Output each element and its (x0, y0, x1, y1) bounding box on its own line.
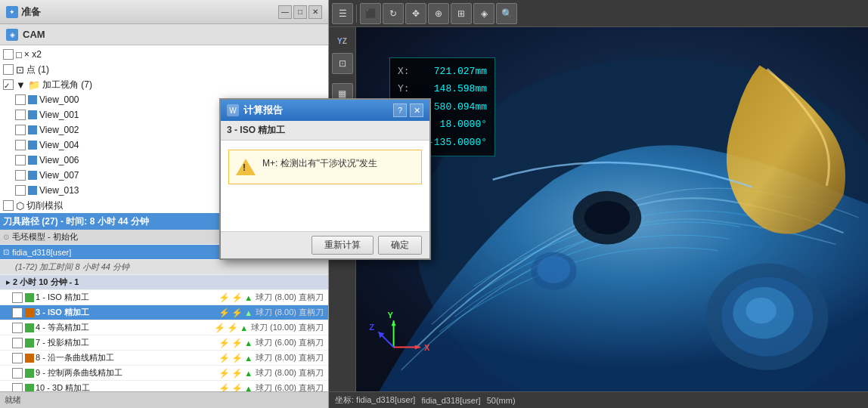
coord-b-val: 580.094mm (434, 98, 487, 116)
op10-chk[interactable] (12, 383, 23, 392)
warning-exclamation: ! (243, 162, 246, 173)
op3-tool: 球刀 (8.00) 直柄刀 (256, 307, 324, 318)
vp-btn-view3d[interactable]: ◈ (473, 3, 494, 24)
op-8[interactable]: 8 - 沿一条曲线精加工 ⚡ ⚡ ▲ 球刀 (8.00) 直柄刀 (0, 351, 328, 366)
tree-label-view004: View_004 (39, 140, 79, 150)
op8-color (25, 354, 34, 363)
checkbox-view006[interactable] (15, 155, 26, 165)
tree-label-x2: × x2 (24, 49, 42, 60)
op8-label: 8 - 沿一条曲线精加工 (36, 352, 219, 363)
op-1[interactable]: 1 - ISO 精加工 ⚡ ⚡ ▲ 球刀 (8.00) 直柄刀 (0, 290, 328, 305)
calculation-dialog: W 计算报告 ? ✕ 3 - ISO 精加工 ! M+: 检测出有"干涉状况"发… (219, 98, 431, 260)
vp-btn-rotate[interactable]: ↻ (383, 3, 404, 24)
tree-item-machining-views[interactable]: ▼ 📁 加工视角 (7) (0, 77, 328, 92)
op-9[interactable]: 9 - 控制两条曲线精加工 ⚡ ⚡ ▲ 球刀 (8.00) 直柄刀 (0, 366, 328, 381)
checkbox-view002[interactable] (15, 125, 26, 135)
op10-label: 10 - 3D 精加工 (36, 382, 219, 391)
dialog-title-bar: W 计算报告 ? ✕ (221, 100, 429, 121)
op3-icon2: ⚡ (231, 308, 243, 318)
vp-status-text: 坐标: fidia_d318[user] (335, 394, 415, 406)
vp-side-btn-1[interactable]: ⊡ (332, 53, 353, 74)
vp-z-axis: Z (343, 37, 347, 45)
warning-triangle: ! (236, 159, 256, 175)
op7-icon3: ▲ (244, 338, 253, 348)
vp-btn-zoom[interactable]: ⊕ (428, 3, 449, 24)
vp-btn-search[interactable]: 🔍 (496, 3, 517, 24)
op3-icon3: ▲ (244, 308, 253, 317)
checkbox-view004[interactable] (15, 140, 26, 150)
dialog-title-text: 计算报告 (243, 104, 283, 117)
op-10[interactable]: 10 - 3D 精加工 ⚡ ⚡ ▲ 球刀 (6.00) 直柄刀 (0, 381, 328, 391)
op8-tool: 球刀 (8.00) 直柄刀 (256, 352, 324, 363)
op9-chk[interactable] (12, 368, 23, 379)
tree-item-point[interactable]: ⊡ 点 (1) (0, 62, 328, 77)
view-color-004 (28, 141, 37, 150)
op9-label: 9 - 控制两条曲线精加工 (36, 367, 219, 379)
op-3[interactable]: 3 - ISO 精加工 ⚡ ⚡ ▲ 球刀 (8.00) 直柄刀 (0, 305, 328, 320)
op1-chk[interactable] (12, 292, 23, 303)
op4-icon1: ⚡ (214, 323, 225, 333)
tree-label-view013: View_013 (39, 185, 79, 196)
bottom-status: 就绪 (0, 391, 328, 408)
vp-btn-menu[interactable]: ☰ (332, 3, 353, 24)
folder-icon-machining-views: 📁 (28, 79, 40, 91)
svg-text:X: X (424, 343, 430, 352)
tree-label-cut-model: 切削模拟 (26, 199, 63, 212)
op1-icons: ⚡ ⚡ ▲ (219, 292, 253, 303)
vp-3d-content: X Y Z X: 721.027mm Y: 148.598mm (356, 27, 868, 391)
op4-label: 4 - 等高精加工 (36, 322, 214, 333)
checkbox-view013[interactable] (15, 185, 26, 196)
op3-chk[interactable] (12, 308, 23, 318)
checkbox-view001[interactable] (15, 110, 26, 120)
checkbox-machining-views[interactable] (3, 79, 14, 90)
op-7[interactable]: 7 - 投影精加工 ⚡ ⚡ ▲ 球刀 (6.00) 直柄刀 (0, 335, 328, 351)
op8-icon1: ⚡ (219, 353, 230, 363)
view-color-007 (28, 171, 37, 180)
dialog-help-btn[interactable]: ? (393, 104, 407, 117)
checkbox-view000[interactable] (15, 94, 26, 105)
vp-btn-pan[interactable]: ✥ (405, 3, 426, 24)
coord-y-label: Y: (398, 80, 410, 97)
checkbox-view007[interactable] (15, 170, 26, 181)
op7-icon1: ⚡ (219, 338, 230, 348)
vp-btn-fit[interactable]: ⊞ (451, 3, 472, 24)
title-bar: ✦ 准备 — □ ✕ (0, 0, 328, 24)
op9-icons: ⚡ ⚡ ▲ (219, 368, 253, 379)
tree-label-view007: View_007 (39, 170, 79, 181)
dialog-title-left: W 计算报告 (227, 104, 283, 117)
op3-icons: ⚡ ⚡ ▲ (219, 308, 253, 318)
checkbox-cut-model[interactable] (3, 200, 14, 211)
checkbox-x2[interactable] (3, 49, 14, 60)
recalc-button[interactable]: 重新计算 (312, 236, 374, 255)
maximize-button[interactable]: □ (293, 5, 307, 19)
vp-bottom-status: 坐标: fidia_d318[user] fidia_d318[user] 50… (329, 391, 868, 408)
ok-button[interactable]: 确定 (378, 236, 422, 255)
dialog-app-icon: W (227, 104, 239, 116)
minimize-button[interactable]: — (278, 5, 292, 19)
op10-icon1: ⚡ (219, 383, 230, 392)
op4-chk[interactable] (12, 323, 23, 333)
op7-chk[interactable] (12, 338, 23, 348)
svg-text:Z: Z (369, 323, 374, 332)
panel-title: 准备 (21, 5, 41, 19)
vp-y-axis: Y (337, 37, 343, 45)
op-group-2h10[interactable]: ▸ 2 小时 10 分钟 - 1 (0, 275, 328, 290)
svg-point-7 (537, 256, 570, 283)
dialog-close-btn[interactable]: ✕ (410, 104, 423, 117)
vp-axis-label: Y Z (332, 30, 353, 51)
op8-chk[interactable] (12, 353, 23, 363)
op1-label: 1 - ISO 精加工 (36, 292, 219, 303)
dialog-footer: 重新计算 确定 (221, 231, 429, 258)
coord-y-row: Y: 148.598mm (398, 80, 487, 97)
vp-btn-cube[interactable]: ⬛ (360, 3, 381, 24)
op10-icon3: ▲ (244, 384, 253, 392)
op-user-time: (1-72) 加工时间 8 小时 44 分钟 (0, 260, 328, 275)
vp-status-user: fidia_d318[user] (421, 396, 480, 405)
op-4[interactable]: 4 - 等高精加工 ⚡ ⚡ ▲ 球刀 (10.00) 直柄刀 (0, 320, 328, 335)
dialog-body: ! M+: 检测出有"干涉状况"发生 (221, 141, 429, 231)
dialog-title-icons: ? ✕ (393, 104, 423, 117)
warning-box: ! M+: 检测出有"干涉状况"发生 (228, 150, 422, 184)
checkbox-point[interactable] (3, 64, 14, 75)
close-button[interactable]: ✕ (308, 5, 322, 19)
tree-item-x2[interactable]: □ × x2 (0, 47, 328, 62)
